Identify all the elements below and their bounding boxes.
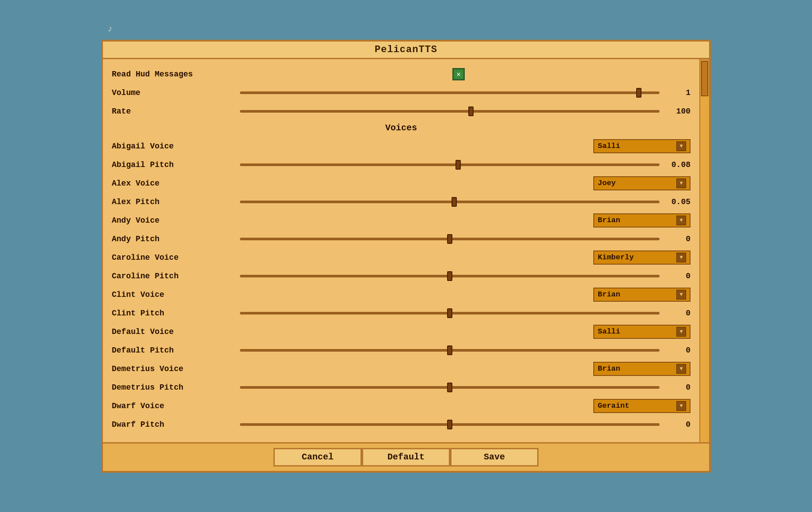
cancel-button[interactable]: Cancel xyxy=(273,448,362,466)
andy-pitch-label: Andy Pitch xyxy=(112,235,227,243)
read-hud-messages-container: ✕ xyxy=(227,68,691,80)
window-title: PelicanTTS xyxy=(375,44,437,55)
alex-pitch-row: Alex Pitch0.05 xyxy=(112,194,691,210)
andy-pitch-thumb[interactable] xyxy=(447,234,452,244)
alex-voice-arrow-icon[interactable]: ▼ xyxy=(676,178,686,188)
clint-pitch-label: Clint Pitch xyxy=(112,309,227,318)
default-voice-dropdown[interactable]: Salli▼ xyxy=(593,325,691,339)
caroline-voice-container: Kimberly▼ xyxy=(227,250,691,265)
default-pitch-thumb[interactable] xyxy=(447,345,452,355)
footer: Cancel Default Save xyxy=(103,442,709,471)
caroline-voice-label: Caroline Voice xyxy=(112,253,227,262)
music-icon: ♪ xyxy=(107,24,113,34)
dwarf-voice-dropdown[interactable]: Geraint▼ xyxy=(593,399,691,413)
andy-pitch-row: Andy Pitch0 xyxy=(112,231,691,247)
clint-pitch-row: Clint Pitch0 xyxy=(112,305,691,321)
caroline-voice-dropdown[interactable]: Kimberly▼ xyxy=(593,250,691,265)
abigail-voice-dropdown[interactable]: Salli▼ xyxy=(593,139,691,153)
demetrius-pitch-track[interactable] xyxy=(240,386,660,389)
abigail-pitch-row: Abigail Pitch0.08 xyxy=(112,157,691,173)
andy-pitch-value: 0 xyxy=(664,235,691,243)
caroline-voice-value: Kimberly xyxy=(598,253,634,262)
alex-voice-dropdown[interactable]: Joey▼ xyxy=(593,176,691,190)
rate-row: Rate 100 xyxy=(112,103,691,119)
abigail-pitch-track[interactable] xyxy=(240,163,660,166)
alex-voice-label: Alex Voice xyxy=(112,179,227,188)
andy-voice-label: Andy Voice xyxy=(112,216,227,225)
caroline-pitch-track[interactable] xyxy=(240,275,660,277)
voices-header: Voices xyxy=(112,123,691,133)
content-area: Read Hud Messages ✕ Volume 1 xyxy=(103,59,709,442)
demetrius-voice-value: Brian xyxy=(598,364,620,373)
alex-voice-container: Joey▼ xyxy=(227,176,691,190)
clint-pitch-thumb[interactable] xyxy=(447,308,452,318)
andy-voice-value: Brian xyxy=(598,216,620,224)
demetrius-pitch-row: Demetrius Pitch0 xyxy=(112,379,691,395)
demetrius-pitch-container xyxy=(235,386,664,389)
andy-pitch-track[interactable] xyxy=(240,238,660,240)
demetrius-voice-row: Demetrius VoiceBrian▼ xyxy=(112,361,691,377)
abigail-voice-arrow-icon[interactable]: ▼ xyxy=(676,141,686,151)
volume-slider-container xyxy=(235,91,664,94)
default-pitch-track[interactable] xyxy=(240,349,660,352)
default-pitch-row: Default Pitch0 xyxy=(112,342,691,358)
voice-settings-grid: Abigail VoiceSalli▼Abigail Pitch0.08Alex… xyxy=(112,138,691,435)
demetrius-voice-dropdown[interactable]: Brian▼ xyxy=(593,362,691,376)
volume-row: Volume 1 xyxy=(112,85,691,101)
scrollbar-thumb[interactable] xyxy=(701,61,708,96)
demetrius-pitch-label: Demetrius Pitch xyxy=(112,383,227,392)
dwarf-voice-label: Dwarf Voice xyxy=(112,402,227,410)
abigail-pitch-container xyxy=(235,163,664,166)
dwarf-pitch-track[interactable] xyxy=(240,423,660,426)
scrollbar-track[interactable] xyxy=(700,96,709,442)
dwarf-pitch-value: 0 xyxy=(664,420,691,429)
clint-pitch-value: 0 xyxy=(664,309,691,318)
dwarf-pitch-container xyxy=(235,423,664,426)
scrollbar[interactable] xyxy=(699,59,709,442)
dwarf-voice-arrow-icon[interactable]: ▼ xyxy=(676,401,686,411)
abigail-voice-value: Salli xyxy=(598,142,620,150)
andy-voice-row: Andy VoiceBrian▼ xyxy=(112,212,691,228)
rate-slider-container xyxy=(235,110,664,113)
volume-value: 1 xyxy=(664,88,691,97)
clint-voice-arrow-icon[interactable]: ▼ xyxy=(676,290,686,300)
volume-slider-track[interactable] xyxy=(240,91,660,94)
demetrius-pitch-thumb[interactable] xyxy=(447,383,452,392)
caroline-pitch-thumb[interactable] xyxy=(447,271,452,281)
alex-pitch-label: Alex Pitch xyxy=(112,197,227,206)
volume-slider-thumb[interactable] xyxy=(636,88,641,98)
rate-slider-thumb[interactable] xyxy=(468,106,474,116)
dwarf-voice-value: Geraint xyxy=(598,402,629,410)
dwarf-pitch-label: Dwarf Pitch xyxy=(112,420,227,429)
default-button[interactable]: Default xyxy=(362,448,450,466)
default-voice-value: Salli xyxy=(598,327,620,336)
andy-voice-container: Brian▼ xyxy=(227,213,691,228)
clint-voice-value: Brian xyxy=(598,290,620,299)
caroline-voice-arrow-icon[interactable]: ▼ xyxy=(676,253,686,262)
alex-pitch-value: 0.05 xyxy=(664,197,691,206)
read-hud-messages-label: Read Hud Messages xyxy=(112,70,227,79)
dwarf-pitch-thumb[interactable] xyxy=(447,420,452,429)
andy-pitch-container xyxy=(235,238,664,240)
alex-pitch-track[interactable] xyxy=(240,201,660,203)
alex-pitch-thumb[interactable] xyxy=(452,197,457,207)
clint-pitch-track[interactable] xyxy=(240,312,660,315)
andy-voice-dropdown[interactable]: Brian▼ xyxy=(593,213,691,228)
read-hud-messages-row: Read Hud Messages ✕ xyxy=(112,66,691,82)
read-hud-messages-checkbox[interactable]: ✕ xyxy=(452,68,465,80)
default-voice-arrow-icon[interactable]: ▼ xyxy=(676,327,686,337)
alex-pitch-container xyxy=(235,201,664,203)
clint-voice-dropdown[interactable]: Brian▼ xyxy=(593,288,691,302)
default-voice-row: Default VoiceSalli▼ xyxy=(112,324,691,340)
save-button[interactable]: Save xyxy=(450,448,539,466)
clint-voice-label: Clint Voice xyxy=(112,290,227,299)
demetrius-voice-arrow-icon[interactable]: ▼ xyxy=(676,364,686,374)
andy-voice-arrow-icon[interactable]: ▼ xyxy=(676,216,686,225)
clint-voice-row: Clint VoiceBrian▼ xyxy=(112,287,691,303)
abigail-pitch-thumb[interactable] xyxy=(455,160,461,170)
rate-slider-track[interactable] xyxy=(240,110,660,113)
clint-voice-container: Brian▼ xyxy=(227,288,691,302)
caroline-pitch-value: 0 xyxy=(664,272,691,281)
default-voice-label: Default Voice xyxy=(112,327,227,336)
clint-pitch-container xyxy=(235,312,664,315)
